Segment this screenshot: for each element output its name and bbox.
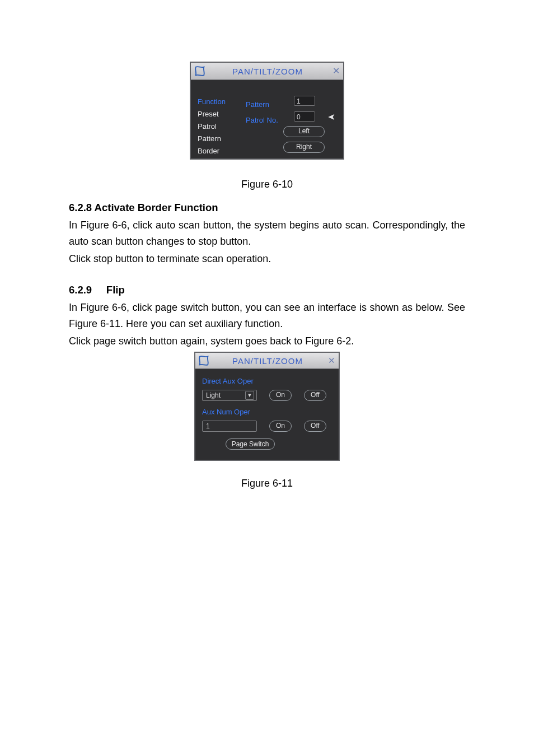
- dialog-body: Function Preset Patrol Pattern Border Pa…: [191, 80, 343, 158]
- figure-caption-6-11: Figure 6-11: [69, 478, 465, 489]
- field-inputs: 1 0: [294, 96, 315, 127]
- close-icon[interactable]: ✕: [332, 67, 340, 76]
- patrol-no-label: Patrol No.: [246, 113, 278, 128]
- section-title: Flip: [106, 284, 125, 296]
- function-item[interactable]: Pattern: [198, 133, 226, 145]
- patrol-no-input[interactable]: 0: [294, 111, 315, 122]
- cursor-icon: ➤: [328, 111, 335, 122]
- dialog-titlebar: PAN/TILT/ZOOM ✕: [195, 353, 339, 369]
- figure-6-11-container: PAN/TILT/ZOOM ✕ Direct Aux Oper Light ▼ …: [69, 352, 465, 461]
- direct-aux-label: Direct Aux Oper: [202, 377, 332, 385]
- aux-num-input[interactable]: 1: [202, 421, 257, 432]
- section-6-2-8-p1: In Figure 6-6, click auto scan button, t…: [69, 217, 465, 250]
- pattern-input[interactable]: 1: [294, 96, 315, 106]
- left-right-buttons: Left Right: [278, 126, 330, 157]
- page-switch-row: Page Switch: [202, 438, 332, 450]
- chevron-down-icon: ▼: [245, 391, 254, 400]
- direct-aux-select[interactable]: Light ▼: [202, 390, 257, 401]
- function-item[interactable]: Patrol: [198, 120, 226, 133]
- section-number: 6.2.9: [69, 284, 92, 296]
- dialog-body: Direct Aux Oper Light ▼ On Off Aux Num O…: [195, 369, 339, 460]
- close-icon[interactable]: ✕: [328, 356, 335, 366]
- function-list: Function Preset Patrol Pattern Border: [198, 96, 226, 157]
- document-page: PAN/TILT/ZOOM ✕ Function Preset Patrol P…: [0, 0, 534, 756]
- dialog-title: PAN/TILT/ZOOM: [192, 67, 343, 76]
- function-item[interactable]: Function: [198, 96, 226, 108]
- section-6-2-9-p2: Click page switch button again, system g…: [69, 333, 465, 349]
- section-heading-6-2-9: 6.2.9 Flip: [69, 284, 465, 296]
- ptz-dialog-border: PAN/TILT/ZOOM ✕ Function Preset Patrol P…: [190, 62, 344, 160]
- aux-num-off-button[interactable]: Off: [304, 421, 326, 432]
- figure-6-10-container: PAN/TILT/ZOOM ✕ Function Preset Patrol P…: [69, 62, 465, 160]
- section-6-2-9-p1: In Figure 6-6, click page switch button,…: [69, 300, 465, 332]
- aux-num-on-button[interactable]: On: [269, 421, 292, 432]
- direct-aux-on-button[interactable]: On: [269, 390, 292, 401]
- pattern-label: Pattern: [246, 97, 278, 113]
- section-heading-6-2-8: 6.2.8 Activate Border Function: [69, 202, 465, 214]
- field-labels: Pattern Patrol No.: [246, 97, 278, 128]
- figure-caption-6-10: Figure 6-10: [69, 179, 465, 190]
- page-switch-button[interactable]: Page Switch: [226, 438, 275, 450]
- section-6-2-8-p2: Click stop button to terminate scan oper…: [69, 251, 465, 267]
- select-value: Light: [206, 391, 221, 399]
- dialog-titlebar: PAN/TILT/ZOOM ✕: [191, 63, 343, 80]
- ptz-dialog-aux: PAN/TILT/ZOOM ✕ Direct Aux Oper Light ▼ …: [194, 352, 340, 461]
- direct-aux-off-button[interactable]: Off: [304, 390, 326, 401]
- dialog-title: PAN/TILT/ZOOM: [196, 356, 339, 366]
- direct-aux-row: Light ▼ On Off: [202, 390, 332, 401]
- aux-num-label: Aux Num Oper: [202, 408, 332, 416]
- function-item[interactable]: Border: [198, 145, 226, 157]
- function-item[interactable]: Preset: [198, 108, 226, 120]
- right-button[interactable]: Right: [283, 142, 325, 153]
- aux-num-row: 1 On Off: [202, 421, 332, 432]
- left-button[interactable]: Left: [283, 126, 325, 137]
